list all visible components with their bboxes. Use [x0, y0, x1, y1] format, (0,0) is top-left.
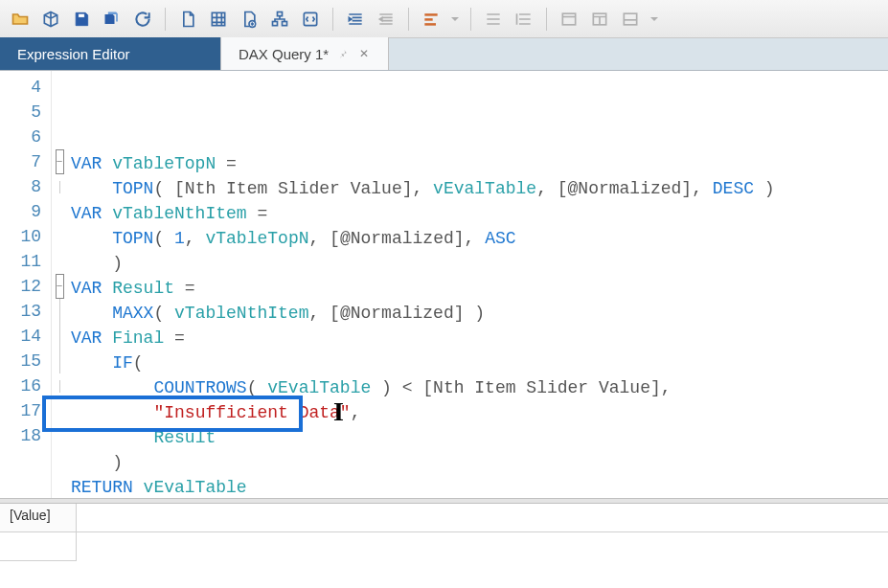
- document-icon[interactable]: [173, 5, 202, 34]
- code-line[interactable]: ): [71, 251, 888, 276]
- line-gutter: 456789101112131415161718: [0, 71, 52, 498]
- code-line[interactable]: VAR Result =: [71, 276, 888, 301]
- line-number: 13: [0, 299, 47, 324]
- code-line[interactable]: VAR Final =: [71, 326, 888, 351]
- line-number: 16: [0, 373, 47, 398]
- line-number: 6: [0, 124, 47, 149]
- grid-icon[interactable]: [204, 5, 233, 34]
- fold-marker[interactable]: −: [52, 274, 67, 299]
- svg-rect-5: [283, 21, 287, 25]
- toolbar-separator: [408, 8, 409, 31]
- line-number: 7: [0, 149, 47, 174]
- code-line[interactable]: TOPN( [Nth Item Slider Value], vEvalTabl…: [71, 176, 888, 201]
- tab-dax-query[interactable]: DAX Query 1* ✕: [220, 37, 389, 70]
- save-icon[interactable]: [67, 5, 96, 34]
- line-number: 4: [0, 75, 47, 100]
- close-icon[interactable]: ✕: [357, 47, 371, 60]
- code-line[interactable]: "Insufficient Data",: [71, 400, 888, 425]
- svg-rect-8: [424, 18, 432, 21]
- fold-marker: [52, 299, 67, 324]
- result-cell[interactable]: [0, 532, 77, 561]
- tab-label: DAX Query 1*: [239, 46, 329, 62]
- panel2-icon[interactable]: [585, 5, 614, 34]
- results-header: [Value]: [0, 504, 888, 532]
- hierarchy-icon[interactable]: [265, 5, 294, 34]
- fold-marker: [52, 75, 67, 100]
- fold-marker: [52, 373, 67, 398]
- line-number: 9: [0, 199, 47, 224]
- line-number: 5: [0, 100, 47, 124]
- uncomment-icon[interactable]: [510, 5, 538, 34]
- fold-marker[interactable]: −: [52, 149, 67, 174]
- panel1-icon[interactable]: [555, 5, 583, 34]
- fold-marker: [52, 224, 67, 249]
- toolbar: [0, 0, 888, 38]
- fold-marker: [52, 349, 67, 373]
- svg-rect-9: [424, 23, 436, 25]
- dropdown2-icon[interactable]: [647, 5, 662, 34]
- code-line[interactable]: VAR vTableNthItem =: [71, 201, 888, 226]
- code-line[interactable]: ): [71, 450, 888, 475]
- line-number: 10: [0, 224, 47, 249]
- page-plus-icon[interactable]: [235, 5, 263, 34]
- svg-rect-4: [273, 21, 278, 25]
- cube-icon[interactable]: [36, 5, 65, 34]
- fold-column: −−: [52, 71, 67, 498]
- svg-rect-7: [424, 13, 437, 16]
- svg-rect-3: [278, 11, 283, 15]
- refresh-icon[interactable]: [128, 5, 157, 34]
- pin-icon[interactable]: [336, 47, 350, 60]
- code-line[interactable]: Result: [71, 425, 888, 450]
- line-number: 17: [0, 398, 47, 423]
- fold-marker: [52, 124, 67, 149]
- code-line[interactable]: VAR vTableTopN =: [71, 151, 888, 176]
- fold-marker: [52, 249, 67, 274]
- results-row: [0, 532, 888, 561]
- code-line[interactable]: MAXX( vTableNthItem, [@Normalized] ): [71, 301, 888, 326]
- fold-marker: [52, 100, 67, 124]
- comment-icon[interactable]: [479, 5, 508, 34]
- code-line[interactable]: RETURN vEvalTable: [71, 475, 888, 498]
- format-icon[interactable]: [417, 5, 445, 34]
- code-line[interactable]: IF(: [71, 351, 888, 375]
- line-number: 8: [0, 174, 47, 199]
- code-editor[interactable]: 456789101112131415161718 −− I VAR vTable…: [0, 71, 888, 498]
- fold-marker: [52, 199, 67, 224]
- line-number: 12: [0, 274, 47, 299]
- line-number: 11: [0, 249, 47, 274]
- indent-icon[interactable]: [341, 5, 370, 34]
- tab-expression-editor[interactable]: Expression Editor: [0, 37, 220, 70]
- line-number: 14: [0, 324, 47, 349]
- svg-rect-1: [212, 12, 224, 25]
- line-number: 18: [0, 423, 47, 448]
- results-pane: [Value]: [0, 504, 888, 588]
- svg-rect-10: [562, 13, 575, 25]
- outdent-icon[interactable]: [372, 5, 400, 34]
- save-all-icon[interactable]: [98, 5, 126, 34]
- toolbar-separator: [165, 8, 166, 31]
- script-icon[interactable]: [296, 5, 325, 34]
- column-header-value[interactable]: [Value]: [0, 504, 77, 531]
- fold-marker: [52, 423, 67, 448]
- code-line[interactable]: COUNTROWS( vEvalTable ) < [Nth Item Slid…: [71, 375, 888, 400]
- toolbar-separator: [470, 8, 471, 31]
- code-line[interactable]: TOPN( 1, vTableTopN, [@Normalized], ASC: [71, 226, 888, 251]
- open-folder-icon[interactable]: [6, 5, 34, 34]
- line-number: 15: [0, 349, 47, 373]
- svg-rect-0: [79, 13, 85, 17]
- tab-label: Expression Editor: [17, 46, 130, 62]
- dropdown-icon[interactable]: [447, 5, 463, 34]
- code-area[interactable]: I VAR vTableTopN = TOPN( [Nth Item Slide…: [67, 71, 888, 498]
- fold-marker: [52, 398, 67, 423]
- toolbar-separator: [546, 8, 547, 31]
- panel3-icon[interactable]: [616, 5, 645, 34]
- toolbar-separator: [332, 8, 333, 31]
- tab-bar: Expression Editor DAX Query 1* ✕: [0, 38, 888, 71]
- fold-marker: [52, 324, 67, 349]
- fold-marker: [52, 174, 67, 199]
